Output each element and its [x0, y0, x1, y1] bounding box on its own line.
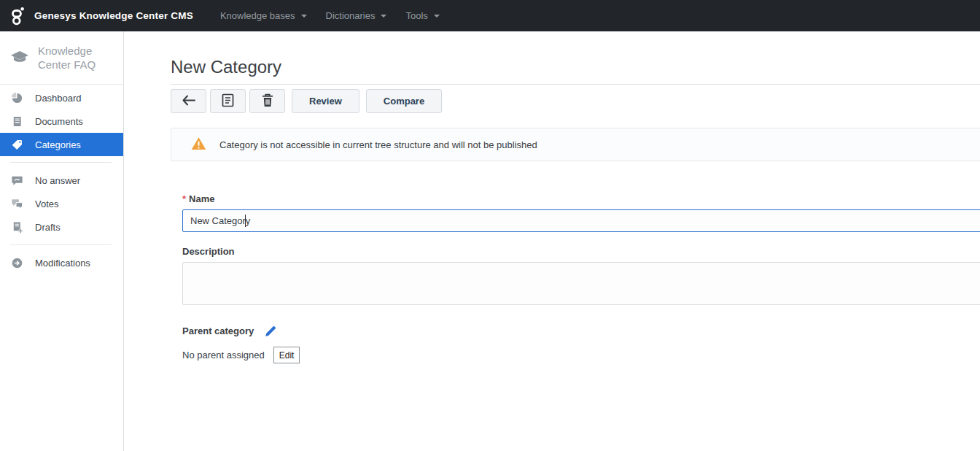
- text-cursor: [245, 215, 246, 227]
- knowledge-base-title: Knowledge Center FAQ: [38, 44, 111, 72]
- chevron-down-icon: [301, 15, 307, 18]
- sidebar: Knowledge Center FAQ Dashboard Documents: [0, 31, 124, 451]
- parent-assignment-row: No parent assigned Edit: [182, 347, 980, 363]
- menu-dictionaries-label: Dictionaries: [326, 10, 376, 21]
- view-document-button[interactable]: [210, 89, 246, 113]
- compare-button[interactable]: Compare: [366, 89, 442, 113]
- warning-alert-text: Category is not accessible in current tr…: [219, 139, 537, 150]
- warning-triangle-icon: [191, 136, 206, 153]
- top-navbar: Genesys Knowledge Center CMS Knowledge b…: [0, 0, 980, 31]
- sidebar-item-label: Documents: [35, 116, 83, 127]
- description-label: Description: [182, 246, 980, 257]
- sidebar-item-label: Drafts: [35, 222, 61, 233]
- menu-dictionaries[interactable]: Dictionaries: [316, 0, 397, 31]
- main-content: New Category: [124, 31, 980, 451]
- description-textarea[interactable]: [182, 262, 980, 305]
- warning-alert: Category is not accessible in current tr…: [171, 128, 980, 161]
- title-divider: [171, 84, 980, 85]
- sidebar-item-no-answer[interactable]: No answer: [0, 169, 123, 192]
- sidebar-item-label: No answer: [35, 175, 80, 186]
- review-button[interactable]: Review: [292, 89, 359, 113]
- tag-icon: [10, 138, 23, 151]
- pie-chart-icon: [10, 91, 23, 104]
- name-input-wrap: [182, 209, 980, 232]
- document-lines-icon: [222, 93, 234, 109]
- page-title: New Category: [171, 57, 980, 77]
- trash-icon: [262, 93, 273, 109]
- sidebar-item-drafts[interactable]: Drafts: [0, 215, 123, 239]
- sidebar-item-label: Votes: [35, 198, 59, 209]
- sidebar-item-documents[interactable]: Documents: [0, 109, 123, 133]
- genesys-logo-icon: [10, 6, 26, 26]
- chat-bubbles-icon: [10, 197, 23, 210]
- name-label: *Name: [182, 193, 980, 204]
- knowledge-base-header[interactable]: Knowledge Center FAQ: [0, 31, 123, 85]
- sidebar-item-modifications[interactable]: Modifications: [0, 251, 123, 274]
- chevron-down-icon: [381, 15, 386, 18]
- chevron-down-icon: [434, 15, 440, 18]
- document-icon: [10, 115, 23, 128]
- sidebar-item-label: Dashboard: [35, 93, 82, 104]
- main-menu: Knowledge bases Dictionaries Tools: [211, 0, 449, 31]
- required-asterisk: *: [182, 193, 186, 204]
- app-title[interactable]: Genesys Knowledge Center CMS: [34, 10, 193, 21]
- sidebar-divider: [10, 162, 112, 163]
- sidebar-item-label: Categories: [35, 139, 81, 150]
- name-input[interactable]: [182, 209, 980, 232]
- parent-category-row: Parent category: [182, 324, 980, 338]
- sidebar-divider: [10, 244, 112, 245]
- sidebar-item-votes[interactable]: Votes: [0, 192, 123, 215]
- sidebar-item-dashboard[interactable]: Dashboard: [0, 86, 123, 109]
- delete-button[interactable]: [249, 89, 285, 113]
- sidebar-item-categories[interactable]: Categories: [0, 133, 123, 156]
- sidebar-item-label: Modifications: [35, 258, 90, 269]
- speech-bubble-reply-icon: [10, 174, 23, 187]
- graduation-cap-icon: [9, 50, 31, 66]
- arrow-circle-icon: [10, 256, 23, 269]
- category-form: *Name Description Parent category No par…: [182, 193, 980, 363]
- menu-tools[interactable]: Tools: [396, 0, 448, 31]
- pencil-icon[interactable]: [264, 324, 278, 338]
- back-button[interactable]: [171, 89, 206, 113]
- menu-knowledge-bases[interactable]: Knowledge bases: [211, 0, 316, 31]
- toolbar: Review Compare: [171, 89, 980, 113]
- menu-knowledge-bases-label: Knowledge bases: [220, 10, 295, 21]
- edit-parent-button[interactable]: Edit: [273, 347, 300, 363]
- document-plus-icon: [10, 220, 23, 234]
- parent-value-text: No parent assigned: [182, 350, 265, 361]
- parent-category-label: Parent category: [182, 325, 254, 336]
- menu-tools-label: Tools: [405, 10, 427, 21]
- arrow-left-icon: [182, 95, 196, 108]
